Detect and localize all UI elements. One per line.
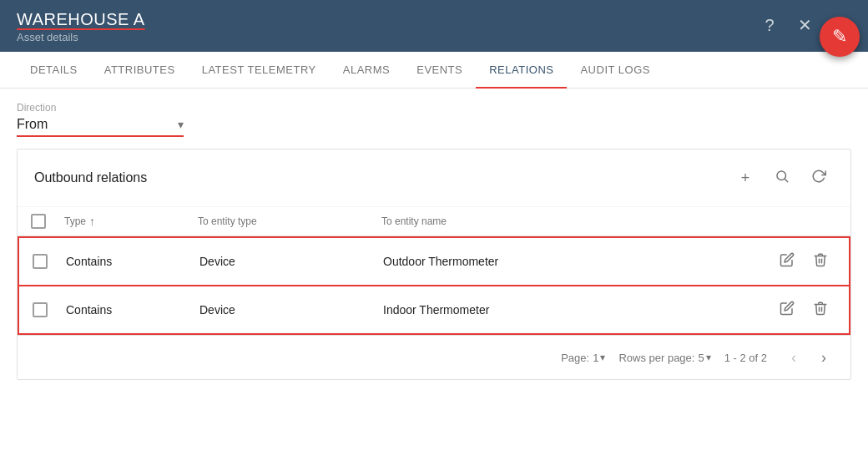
refresh-relations-button[interactable] [804,163,834,193]
table-rows-highlighted: Contains Device Outdoor Thermometer [18,236,850,335]
tab-events[interactable]: EVENTS [403,52,476,88]
rows-label: Rows per page: [618,352,694,364]
search-icon [775,169,790,188]
chevron-down-icon: ▾ [178,118,184,131]
pagination-rows: Rows per page: 5 ▾ [618,352,710,364]
direction-label: Direction [17,102,851,114]
previous-page-button[interactable]: ‹ [780,344,807,371]
row-2-actions [769,295,835,325]
delete-row-icon [813,301,828,320]
sort-icon: ↑ [89,215,95,228]
page-select[interactable]: 1 ▾ [593,352,605,364]
row-checkbox-col [33,302,66,317]
tab-latest-telemetry[interactable]: LATEST TELEMETRY [189,52,330,88]
relations-table: Type ↑ To entity type To entity name Con… [18,207,850,379]
relations-panel: Outbound relations + [17,149,851,380]
page-value: 1 [593,352,598,364]
tab-audit-logs[interactable]: AUDIT LOGS [567,52,664,88]
app-title: WAREHOUSE A [17,10,851,29]
table-header: Type ↑ To entity type To entity name [18,207,850,236]
edit-icon: ✎ [832,26,847,48]
rows-per-page-select[interactable]: 5 ▾ [698,352,710,364]
close-button[interactable]: ✕ [791,12,818,38]
pagination-page: Page: 1 ▾ [561,352,605,364]
col-type-label: Type [64,215,86,227]
relations-toolbar: + [730,163,834,193]
row-1-checkbox[interactable] [33,254,48,269]
pagination-range: 1 - 2 of 2 [724,352,767,364]
svg-point-0 [777,171,786,180]
rows-dropdown-arrow: ▾ [706,352,711,363]
rows-value: 5 [698,352,704,364]
edit-row-icon [780,301,795,320]
chevron-right-icon: › [821,349,826,367]
col-header-entity-name: To entity name [381,215,770,227]
app-subtitle: Asset details [17,31,851,43]
add-relation-button[interactable]: + [730,163,760,193]
col-header-entity-type: To entity type [198,215,381,227]
table-row: Contains Device Outdoor Thermometer [19,238,849,286]
row-2-delete-button[interactable] [805,295,835,325]
header-checkbox-col [31,214,64,229]
pagination: Page: 1 ▾ Rows per page: 5 ▾ 1 - 2 of 2 [18,335,850,379]
row-1-entity-type: Device [199,255,383,268]
page-label: Page: [561,352,589,364]
row-2-entity-type: Device [199,303,383,317]
row-2-type: Contains [66,303,199,317]
page-dropdown-arrow: ▾ [600,352,605,363]
tab-alarms[interactable]: ALARMS [330,52,403,88]
row-2-entity-name: Indoor Thermometer [383,303,769,317]
chevron-left-icon: ‹ [791,349,796,367]
search-relations-button[interactable] [767,163,797,193]
tab-attributes[interactable]: ATTRIBUTES [91,52,189,88]
select-all-checkbox[interactable] [31,214,46,229]
header: WAREHOUSE A Asset details ? ✕ ✎ [0,0,868,52]
row-1-delete-button[interactable] [805,246,835,276]
relations-panel-header: Outbound relations + [18,149,850,207]
row-2-edit-button[interactable] [772,295,802,325]
row-1-actions [769,246,835,276]
col-header-type: Type ↑ [64,215,198,228]
next-page-button[interactable]: › [810,344,837,371]
main-content: Direction From ▾ Outbound relations + [0,89,868,393]
table-row: Contains Device Indoor Thermometer [19,286,849,333]
tab-details[interactable]: DETAILS [17,52,91,88]
help-button[interactable]: ? [756,12,783,38]
delete-row-icon [813,252,828,271]
edit-fab-button[interactable]: ✎ [820,17,860,57]
header-actions: ? ✕ [756,12,818,38]
row-checkbox-col [33,254,66,269]
help-icon: ? [765,16,774,35]
row-1-entity-name: Outdoor Thermometer [383,255,769,268]
refresh-icon [811,169,826,188]
relations-title: Outbound relations [34,170,730,185]
add-icon: + [741,170,750,187]
tab-bar: DETAILS ATTRIBUTES LATEST TELEMETRY ALAR… [0,52,868,89]
direction-select[interactable]: From ▾ [17,117,184,137]
row-1-edit-button[interactable] [772,246,802,276]
row-2-checkbox[interactable] [33,302,48,317]
edit-row-icon [780,252,795,271]
svg-line-1 [785,179,787,181]
direction-value: From [17,117,178,132]
tab-relations[interactable]: RELATIONS [476,52,567,88]
pagination-nav: ‹ › [780,344,837,371]
row-1-type: Contains [66,255,199,268]
close-icon: ✕ [798,15,812,35]
